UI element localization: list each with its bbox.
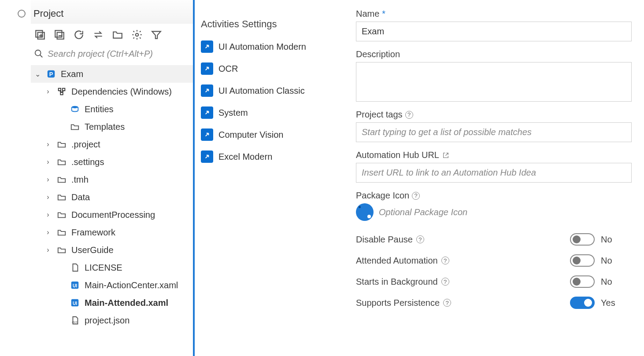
folder-icon <box>70 121 80 132</box>
tree-item-label: Main-ActionCenter.xaml <box>85 280 178 290</box>
name-input[interactable]: Exam <box>356 22 632 41</box>
package-icon[interactable] <box>356 203 374 221</box>
tree-root-label: Exam <box>61 69 83 79</box>
help-icon[interactable]: ? <box>416 235 424 243</box>
chevron-right-icon[interactable]: › <box>44 228 52 236</box>
attended-value: No <box>601 256 612 266</box>
tree-item-tmh-folder[interactable]: › .tmh <box>31 171 193 188</box>
activities-list: UI Automation Modern OCR UI Automation C… <box>199 37 344 166</box>
description-input[interactable] <box>356 62 632 102</box>
help-icon[interactable]: ? <box>443 299 451 307</box>
activity-ui-automation-modern[interactable]: UI Automation Modern <box>199 37 344 56</box>
tree-item-framework[interactable]: › Framework <box>31 224 193 241</box>
chevron-right-icon[interactable]: › <box>44 211 52 219</box>
description-label: Description <box>356 49 400 59</box>
svg-rect-13 <box>59 88 61 91</box>
filter-button[interactable] <box>150 28 163 41</box>
project-panel: Project Search project (Ctrl+Alt+P) ⌄ P … <box>0 0 195 356</box>
persistence-toggle[interactable] <box>570 297 595 309</box>
chevron-right-icon[interactable]: › <box>44 193 52 201</box>
activity-icon <box>201 128 213 141</box>
tree-item-data-folder[interactable]: › Data <box>31 188 193 206</box>
svg-marker-8 <box>152 31 161 38</box>
svg-text:JSON: JSON <box>72 321 78 323</box>
activity-icon <box>201 84 213 97</box>
svg-rect-14 <box>63 88 65 91</box>
tree-item-documentprocessing[interactable]: › DocumentProcessing <box>31 206 193 224</box>
open-folder-button[interactable] <box>111 28 124 41</box>
search-icon <box>33 48 44 59</box>
tree-item-project-folder[interactable]: › .project <box>31 136 193 153</box>
tree-item-label: Dependencies (Windows) <box>71 87 172 97</box>
search-placeholder: Search project (Ctrl+Alt+P) <box>48 49 153 59</box>
starts-bg-toggle[interactable] <box>570 275 595 288</box>
activity-icon <box>201 40 213 53</box>
tree-root[interactable]: ⌄ P Exam <box>31 65 193 83</box>
tree-item-main-attended[interactable]: › UI Main-Attended.xaml <box>31 294 193 312</box>
starts-bg-label: Starts in Background <box>356 277 438 287</box>
starts-bg-value: No <box>601 277 612 287</box>
disable-pause-toggle[interactable] <box>570 233 595 246</box>
chevron-right-icon[interactable]: › <box>44 140 52 148</box>
tree-item-dependencies[interactable]: › Dependencies (Windows) <box>31 83 193 100</box>
tree-item-label: project.json <box>85 316 130 326</box>
tags-input[interactable]: Start typing to get a list of possible m… <box>356 122 632 142</box>
refresh-button[interactable] <box>72 28 85 41</box>
chevron-right-icon[interactable]: › <box>44 88 52 95</box>
activity-label: Computer Vision <box>218 130 283 140</box>
chevron-right-icon[interactable]: › <box>44 176 52 184</box>
activity-ocr[interactable]: OCR <box>199 59 344 78</box>
activity-computer-vision[interactable]: Computer Vision <box>199 125 344 144</box>
activity-system[interactable]: System <box>199 103 344 122</box>
hub-input[interactable]: Insert URL to link to an Automation Hub … <box>356 163 632 183</box>
activities-title: Activities Settings <box>199 5 344 37</box>
project-panel-title: Project <box>31 0 193 24</box>
hub-label: Automation Hub URL <box>356 150 439 160</box>
collapse-all-button[interactable] <box>53 28 66 41</box>
activity-label: Excel Modern <box>218 152 272 162</box>
activities-panel: Activities Settings UI Automation Modern… <box>195 0 349 356</box>
tree-item-userguide[interactable]: › UserGuide <box>31 241 193 259</box>
tree-item-main-actioncenter[interactable]: › UI Main-ActionCenter.xaml <box>31 276 193 294</box>
tree-item-label: LICENSE <box>85 263 122 273</box>
activity-icon <box>201 150 213 163</box>
help-icon[interactable]: ? <box>441 278 449 286</box>
project-search[interactable]: Search project (Ctrl+Alt+P) <box>31 46 193 63</box>
activity-label: UI Automation Modern <box>218 42 306 52</box>
attended-toggle[interactable] <box>570 254 595 267</box>
name-label: Name <box>356 9 379 19</box>
sync-button[interactable] <box>92 28 105 41</box>
project-toolbar <box>31 24 193 46</box>
tree-item-license[interactable]: › LICENSE <box>31 259 193 276</box>
activity-ui-automation-classic[interactable]: UI Automation Classic <box>199 81 344 100</box>
xaml-icon: UI <box>70 297 80 308</box>
activity-excel-modern[interactable]: Excel Modern <box>199 147 344 166</box>
tree-item-templates[interactable]: › Templates <box>31 118 193 136</box>
tree-item-label: DocumentProcessing <box>71 210 155 220</box>
help-icon[interactable]: ? <box>441 257 449 264</box>
tree-item-label: Framework <box>71 228 115 238</box>
help-icon[interactable]: ? <box>405 111 413 119</box>
folder-icon <box>56 139 67 150</box>
svg-point-7 <box>136 33 139 37</box>
chevron-down-icon[interactable]: ⌄ <box>33 70 41 78</box>
tree-item-entities[interactable]: › Entities <box>31 100 193 118</box>
settings-button[interactable] <box>130 28 144 41</box>
chevron-right-icon[interactable]: › <box>44 158 52 166</box>
folder-icon <box>56 174 67 185</box>
required-asterisk: * <box>382 9 385 19</box>
svg-rect-15 <box>60 92 63 95</box>
svg-point-9 <box>35 50 41 56</box>
help-icon[interactable]: ? <box>412 192 420 200</box>
external-link-icon[interactable] <box>442 151 450 159</box>
folder-icon <box>56 157 67 167</box>
svg-text:UI: UI <box>73 283 77 288</box>
activity-label: System <box>218 108 248 118</box>
tree-item-project-json[interactable]: › JSON project.json <box>31 312 193 329</box>
chevron-right-icon[interactable]: › <box>44 246 52 254</box>
svg-point-18 <box>72 106 78 109</box>
tree-item-settings-folder[interactable]: › .settings <box>31 153 193 171</box>
expand-all-button[interactable] <box>33 28 47 41</box>
tree-item-label: .tmh <box>71 175 89 185</box>
persistence-value: Yes <box>601 298 615 308</box>
